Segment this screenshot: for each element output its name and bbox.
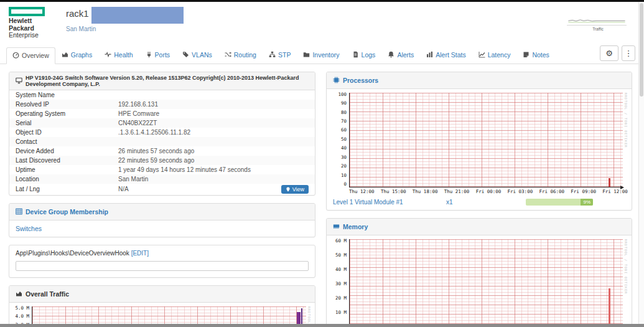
tab-label: VLANs [192, 51, 212, 59]
table-row: Object ID .1.3.6.1.4.1.25506.11.1.82 [9, 128, 315, 137]
heartbeat-icon [105, 51, 111, 58]
table-row: Contact [9, 137, 315, 146]
horizontal-scrollbar[interactable] [0, 324, 644, 327]
processors-graph[interactable]: 100 90 80 70 60 50 40 30 20 10 0 [327, 89, 632, 196]
gauge-icon [12, 52, 19, 59]
table-row: Serial CN40BX22ZT [9, 118, 315, 128]
row-value: .1.3.6.1.4.1.25506.11.1.82 [118, 129, 309, 136]
device-group-link-switches[interactable]: Switches [16, 225, 42, 232]
table-row: Resolved IP 192.168.6.131 [9, 100, 315, 109]
memory-usage-spike [609, 288, 610, 327]
sitemap-icon [269, 51, 276, 58]
tab-label: Overview [22, 52, 49, 59]
memory-title: Memory [343, 223, 368, 230]
tab-label: STP [278, 51, 291, 59]
hook-path: App\Plugins\Hooks\DeviceOverviewHook [16, 250, 129, 257]
kebab-icon: ⋮ [625, 49, 633, 58]
row-label: Location [16, 176, 118, 182]
tab-health[interactable]: Health [98, 47, 139, 64]
table-row: Lat / Lng N/A View [9, 184, 315, 195]
tab-label: Alert Stats [436, 51, 465, 59]
note-icon [523, 51, 530, 58]
display-icon [16, 75, 22, 87]
scrollbar-thumb[interactable] [640, 3, 643, 97]
overall-traffic-panel: Overall Traffic 5.0 M 4.0 M 3.0 M 2.0 M … [9, 285, 315, 327]
row-label: Operating System [16, 110, 118, 117]
line-chart-icon [478, 51, 485, 58]
device-group-membership-panel: Device Group Membership Switches [9, 203, 315, 237]
area-chart-icon [62, 51, 68, 58]
redaction-overlay [91, 7, 184, 24]
table-row: Last Discovered 22 minutes 59 seconds ag… [9, 156, 315, 165]
bell-icon [388, 51, 394, 58]
folder-icon [303, 51, 310, 58]
tab-ports[interactable]: Ports [139, 47, 177, 64]
row-value: 26 minutes 57 seconds ago [118, 148, 309, 154]
row-label: Uptime [16, 166, 118, 173]
row-label: System Name [16, 92, 118, 98]
processor-count-link[interactable]: x1 [446, 199, 526, 206]
processor-entry-row: Level 1 Virtual Module #1 x1 9% [327, 196, 632, 210]
tab-alerts[interactable]: Alerts [381, 47, 420, 64]
row-label: Contact [16, 138, 118, 145]
processors-plot-area [349, 93, 623, 187]
bar-chart-icon [426, 51, 433, 58]
row-label: Object ID [16, 129, 118, 136]
processor-name-link[interactable]: Level 1 Virtual Module #1 [333, 199, 446, 206]
row-label: Resolved IP [16, 101, 118, 108]
hook-edit-link[interactable]: [EDIT] [131, 250, 149, 257]
row-value: 22 minutes 59 seconds ago [118, 157, 309, 164]
view-button-label: View [292, 186, 304, 192]
tab-stp[interactable]: STP [263, 47, 297, 64]
tab-label: Inventory [312, 51, 339, 59]
tab-graphs[interactable]: Graphs [55, 47, 98, 64]
traffic-sparkline-icon [567, 13, 627, 26]
hpe-logo: Hewlett Packard Enterprise [9, 7, 58, 39]
header-traffic-minigraph[interactable]: Traffic [567, 13, 629, 31]
device-location-link[interactable]: San Martin [66, 26, 184, 32]
device-settings-button[interactable]: ⚙ [600, 45, 618, 61]
table-row: System Name [9, 90, 315, 100]
tab-notes[interactable]: Notes [516, 47, 555, 64]
tab-label: Routing [234, 51, 256, 59]
page-header: Hewlett Packard Enterprise rack1 San Mar… [0, 2, 644, 42]
gear-icon: ⚙ [605, 49, 613, 58]
row-label: Lat / Lng [16, 186, 118, 192]
device-info-panel: HP V1910-24G Switch Software Version 5.2… [9, 72, 315, 196]
view-location-button[interactable]: View [281, 185, 309, 194]
memory-graph[interactable]: 60 M 50 M 40 M 30 M 20 M 10 M RRDTOOL / … [327, 235, 632, 327]
hpe-logo-mark [9, 7, 45, 16]
row-value: HPE Comware [118, 110, 309, 117]
table-row: Device Added 26 minutes 57 seconds ago [9, 146, 315, 156]
tab-alert-stats[interactable]: Alert Stats [420, 47, 472, 64]
tab-label: Ports [155, 51, 170, 59]
tab-logs[interactable]: Logs [346, 47, 382, 64]
overview-hook-panel: App\Plugins\Hooks\DeviceOverviewHook [ED… [9, 245, 315, 278]
hpe-logo-text-2: Enterprise [9, 32, 58, 39]
row-value: 1 year 49 days 14 hours 12 minutes 47 se… [118, 166, 309, 173]
vertical-scrollbar[interactable] [638, 2, 644, 324]
table-icon [16, 206, 22, 217]
more-menu-button[interactable]: ⋮ [622, 45, 635, 61]
plug-icon [146, 51, 152, 58]
tab-overview[interactable]: Overview [6, 47, 55, 64]
tab-vlans[interactable]: VLANs [176, 47, 218, 64]
tab-label: Latency [488, 51, 511, 59]
device-group-membership-title: Device Group Membership [26, 208, 108, 216]
overall-traffic-title: Overall Traffic [26, 290, 69, 298]
device-tabs: Overview Graphs Health Ports VLANs Routi… [0, 45, 644, 64]
tag-icon [182, 51, 189, 58]
device-title-block: rack1 San Martin [66, 7, 184, 32]
row-value: CN40BX22ZT [118, 120, 309, 126]
memory-stick-icon [333, 221, 340, 232]
file-text-icon [352, 51, 359, 58]
tab-latency[interactable]: Latency [472, 47, 517, 64]
tab-inventory[interactable]: Inventory [297, 47, 345, 64]
row-label: Last Discovered [16, 157, 118, 164]
device-hostname: rack1 [66, 8, 89, 19]
area-chart-icon [16, 288, 22, 300]
tab-label: Notes [532, 51, 549, 59]
y-axis-labels: 100 90 80 70 60 50 40 30 20 10 0 [330, 93, 349, 187]
tab-routing[interactable]: Routing [218, 47, 263, 64]
device-info-title: HP V1910-24G Switch Software Version 5.2… [26, 75, 309, 87]
